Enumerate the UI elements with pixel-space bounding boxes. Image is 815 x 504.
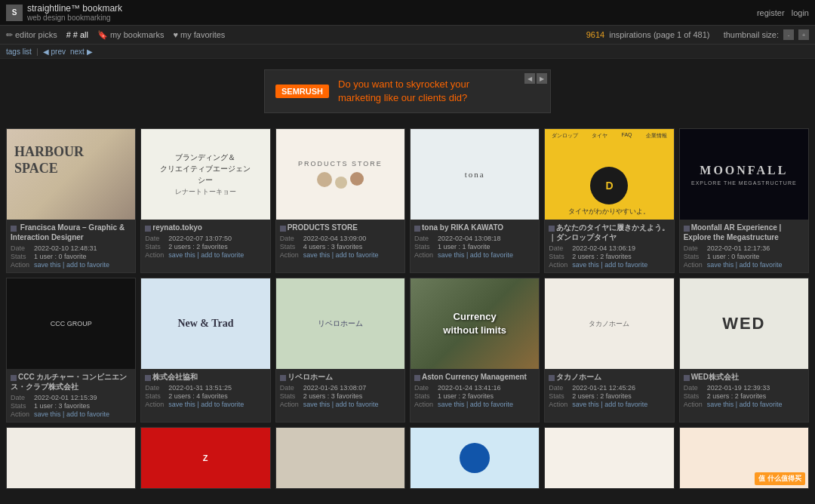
editor-picks-icon: ✏	[6, 30, 13, 40]
card-1-stats-row: Stats 1 user : 0 favorite	[11, 253, 131, 260]
card-5-title: あなたのタイヤに履きかえよう。｜ダンロップタイヤ	[549, 223, 669, 242]
fav-link[interactable]: add to favorite	[201, 251, 244, 259]
fav-link[interactable]: add to favorite	[470, 251, 513, 259]
fav-link[interactable]: add to favorite	[470, 401, 513, 408]
card-1-info: Francisca Moura – Graphic & Interaction …	[7, 220, 135, 272]
card-1: HARBOURSPACE Francisca Moura – Graphic &…	[6, 128, 136, 273]
save-this-link[interactable]: save this	[34, 261, 61, 269]
thumbnail-minus[interactable]: -	[783, 29, 794, 40]
card-4-info: tona by RIKA KAWATO Date2022-02-04 13:08…	[411, 220, 539, 263]
prev-link[interactable]: ◀ prev	[43, 48, 66, 56]
card-r3-2-thumb[interactable]: Z	[141, 428, 269, 488]
semrush-logo: SEMRUSH	[275, 85, 329, 98]
inspirations-text: inspirations (page 1 of 481)	[609, 30, 709, 39]
card-r3-1-thumb[interactable]	[7, 428, 135, 488]
card-7-title: CCC カルチャー・コンビニエンス・クラブ株式会社	[11, 372, 131, 392]
site-icon	[414, 375, 420, 381]
card-1-actions: save this | add to favorite	[34, 261, 109, 269]
card-11-thumb[interactable]: タカノホーム	[545, 278, 673, 369]
card-8-title: 株式会社協和	[145, 372, 266, 382]
site-icon	[11, 226, 17, 232]
save-link[interactable]: save this	[438, 251, 465, 259]
card-8-thumb[interactable]: New & Trad	[141, 278, 269, 369]
card-1-action-row: Action save this | add to favorite	[11, 261, 131, 269]
site-icon	[549, 375, 555, 381]
card-10-info: Aston Currency Management Date2022-01-24…	[411, 369, 539, 412]
card-1-title: Francisca Moura – Graphic & Interaction …	[11, 223, 131, 242]
ad-prev-btn[interactable]: ◀	[524, 73, 535, 84]
fav-link[interactable]: add to favorite	[604, 401, 647, 408]
card-r3-5-thumb[interactable]	[545, 428, 673, 488]
card-2: ブランディング＆クリエイティブエージェンシーレナートトーキョー reynato.…	[140, 128, 270, 273]
card-4: tona tona by RIKA KAWATO Date2022-02-04 …	[410, 128, 540, 273]
card-3: PRODUCTS STORE PRODUCTS STORE Date2022-0…	[275, 128, 405, 273]
add-favorite-link[interactable]: add to favorite	[66, 261, 109, 269]
ad-section: SEMRUSH Do you want to skyrocket your ma…	[0, 59, 815, 124]
card-11-info: タカノホーム Date2022-01-21 12:45:26 Stats2 us…	[545, 369, 673, 412]
save-link[interactable]: save this	[168, 251, 195, 259]
card-3-thumb[interactable]: PRODUCTS STORE	[276, 129, 404, 220]
card-r3-6-thumb[interactable]: 值 什么值得买	[680, 428, 808, 488]
thumbnail-plus[interactable]: +	[798, 29, 809, 40]
card-9-thumb[interactable]: リベロホーム	[276, 278, 404, 369]
ad-text: Do you want to skyrocket your marketing …	[338, 78, 469, 105]
site-icon	[549, 226, 555, 232]
card-r3-6: 值 什么值得买	[679, 427, 809, 489]
card-12-title: WED株式会社	[684, 372, 804, 382]
site-icon	[280, 226, 286, 232]
card-2-info: reynato.tokyo Date2022-02-07 13:07:50 St…	[141, 220, 269, 263]
site-title: straightline™ bookmark	[27, 3, 122, 14]
navbar-right: 9614 inspirations (page 1 of 481) thumbn…	[586, 29, 809, 40]
ad-next-btn[interactable]: ▶	[537, 73, 547, 84]
save-link[interactable]: save this	[303, 401, 331, 408]
save-link[interactable]: save this	[707, 261, 734, 269]
site-logo: S	[6, 5, 23, 21]
site-subtitle: web design bookmarking	[27, 14, 122, 22]
nav-favorites[interactable]: ♥ my favorites	[173, 30, 225, 39]
tags-list-link[interactable]: tags list	[6, 48, 32, 56]
nav-all[interactable]: # # all	[66, 30, 88, 39]
card-2-thumb[interactable]: ブランディング＆クリエイティブエージェンシーレナートトーキョー	[141, 129, 269, 220]
card-6: MOONFALL EXPLORE THE MEGASTRUCTURE Moonf…	[679, 128, 809, 273]
fav-link[interactable]: add to favorite	[604, 261, 647, 269]
card-7-info: CCC カルチャー・コンビニエンス・クラブ株式会社 Date2022-02-01…	[7, 369, 135, 422]
card-3-info: PRODUCTS STORE Date2022-02-04 13:09:00 S…	[276, 220, 404, 263]
save-link[interactable]: save this	[168, 401, 195, 408]
register-link[interactable]: register	[757, 8, 785, 17]
fav-link[interactable]: add to favorite	[740, 401, 783, 408]
save-link[interactable]: save this	[707, 401, 734, 408]
ad-banner: SEMRUSH Do you want to skyrocket your ma…	[264, 69, 551, 113]
card-10-title: Aston Currency Management	[414, 372, 535, 382]
fav-link[interactable]: add to favorite	[336, 401, 379, 408]
card-6-thumb[interactable]: MOONFALL EXPLORE THE MEGASTRUCTURE	[680, 129, 808, 220]
save-link[interactable]: save this	[303, 251, 331, 259]
thumbnail-size-label: thumbnail size:	[724, 30, 779, 39]
save-link[interactable]: save this	[572, 261, 599, 269]
site-icon	[145, 226, 151, 232]
card-r3-4-thumb[interactable]	[411, 428, 539, 488]
nav-editor-picks[interactable]: ✏ editor picks	[6, 30, 57, 40]
card-1-thumb[interactable]: HARBOURSPACE	[7, 129, 135, 220]
nav-bookmarks[interactable]: 🔖 my bookmarks	[97, 30, 165, 40]
card-12-info: WED株式会社 Date2022-01-19 12:39:33 Stats2 u…	[680, 369, 808, 412]
card-r3-3-thumb[interactable]	[276, 428, 404, 488]
site-icon	[414, 226, 420, 232]
save-link[interactable]: save this	[572, 401, 599, 408]
save-link[interactable]: save this	[438, 401, 465, 408]
card-4-thumb[interactable]: tona	[411, 129, 539, 220]
card-10-thumb[interactable]: Currencywithout limits	[411, 278, 539, 369]
fav-link[interactable]: add to favorite	[201, 401, 244, 408]
login-link[interactable]: login	[792, 8, 809, 17]
site-icon	[280, 375, 286, 381]
next-link[interactable]: next ▶	[70, 48, 93, 56]
fav-link[interactable]: add to favorite	[740, 261, 783, 269]
save-link[interactable]: save this	[34, 410, 61, 418]
card-12: WED WED株式会社 Date2022-01-19 12:39:33 Stat…	[679, 278, 809, 423]
card-12-thumb[interactable]: WED	[680, 278, 808, 369]
fav-link[interactable]: add to favorite	[66, 410, 109, 418]
card-9: リベロホーム リベロホーム Date2022-01-26 13:08:07 St…	[275, 278, 405, 423]
fav-link[interactable]: add to favorite	[336, 251, 379, 259]
card-2-title: reynato.tokyo	[145, 223, 266, 232]
card-7-thumb[interactable]: CCC GROUP	[7, 278, 135, 369]
card-5-thumb[interactable]: ダンロップタイヤFAQ企業情報 D タイヤがわかりやすいよ。	[545, 129, 673, 220]
